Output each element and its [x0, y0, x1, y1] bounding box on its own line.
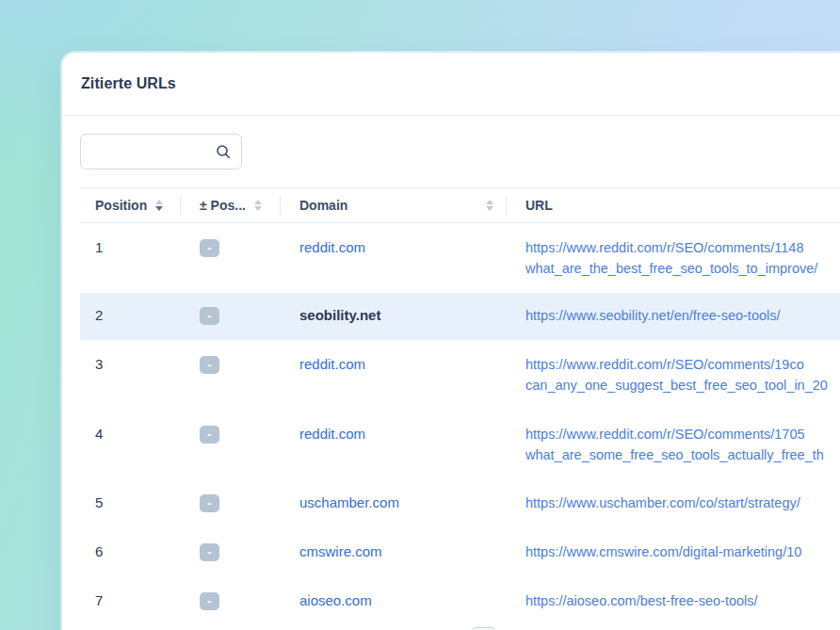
- table-row: 1 - reddit.com https://www.reddit.com/r/…: [80, 223, 840, 293]
- domain-link[interactable]: reddit.com: [299, 424, 365, 444]
- domain-cell: reddit.com: [281, 354, 507, 375]
- column-header-label: URL: [525, 198, 553, 213]
- url-link[interactable]: https://www.reddit.com/r/SEO/comments/11…: [525, 237, 803, 258]
- position-value: 3: [95, 354, 103, 375]
- desktop-background: Zitierte URLs Position ± Pos...: [0, 0, 840, 630]
- position-change-badge: -: [200, 592, 219, 610]
- position-change-cell: -: [181, 354, 281, 375]
- column-header[interactable]: URL: [507, 188, 840, 222]
- domain-link[interactable]: aioseo.com: [299, 590, 372, 611]
- table-rows: 1 - reddit.com https://www.reddit.com/r/…: [80, 223, 840, 626]
- domain-text: seobility.net: [299, 305, 380, 326]
- search-icon[interactable]: [216, 144, 231, 159]
- panel-header: Zitierte URLs: [62, 53, 840, 116]
- position-change-cell: -: [181, 305, 281, 326]
- table-row: 7 - aioseo.com https://aioseo.com/best-f…: [80, 577, 840, 626]
- position-change-badge: -: [200, 239, 219, 257]
- domain-link[interactable]: reddit.com: [299, 354, 365, 375]
- position-cell: 7: [80, 590, 181, 611]
- position-change-cell: -: [181, 541, 281, 562]
- domain-link[interactable]: cmswire.com: [299, 541, 382, 562]
- url-link[interactable]: https://www.reddit.com/r/SEO/comments/17…: [525, 424, 805, 444]
- position-cell: 3: [80, 354, 181, 375]
- position-change-badge: -: [200, 307, 219, 325]
- page-title: Zitierte URLs: [81, 75, 176, 92]
- cited-urls-table: Position ± Pos... Domain URL 1 - reddit.…: [80, 187, 840, 626]
- position-value: 5: [95, 493, 103, 513]
- table-row: 5 - uschamber.com https://www.uschamber.…: [80, 479, 840, 528]
- url-link[interactable]: https://www.reddit.com/r/SEO/comments/19…: [525, 354, 804, 375]
- search-box: [80, 134, 242, 170]
- url-link[interactable]: what_are_the_best_free_seo_tools_to_impr…: [525, 258, 817, 279]
- position-change-cell: -: [181, 237, 281, 258]
- column-header-label: ± Pos...: [200, 198, 246, 213]
- url-cell: https://www.reddit.com/r/SEO/comments/11…: [507, 237, 840, 279]
- domain-cell: seobility.net: [281, 305, 507, 326]
- table-row: 2 - seobility.net https://www.seobility.…: [80, 293, 840, 340]
- column-header-label: Position: [95, 198, 147, 213]
- column-header[interactable]: ± Pos...: [181, 188, 281, 222]
- url-cell: https://www.uschamber.com/co/start/strat…: [507, 493, 840, 513]
- url-cell: https://www.cmswire.com/digital-marketin…: [507, 541, 840, 562]
- domain-cell: cmswire.com: [281, 541, 507, 562]
- domain-link[interactable]: reddit.com: [299, 237, 365, 258]
- table-row: 3 - reddit.com https://www.reddit.com/r/…: [80, 340, 840, 410]
- column-header[interactable]: Position: [80, 188, 181, 222]
- table-row: 6 - cmswire.com https://www.cmswire.com/…: [80, 528, 840, 577]
- position-change-badge: -: [200, 356, 219, 374]
- url-link[interactable]: https://aioseo.com/best-free-seo-tools/: [525, 590, 758, 611]
- position-cell: 2: [80, 305, 181, 326]
- domain-cell: reddit.com: [281, 237, 507, 258]
- position-change-badge: -: [200, 426, 219, 444]
- position-cell: 5: [80, 493, 181, 513]
- url-cell: https://www.seobility.net/en/free-seo-to…: [507, 305, 840, 326]
- position-change-cell: -: [181, 590, 281, 611]
- url-link[interactable]: can_any_one_suggest_best_free_seo_tool_i…: [525, 375, 828, 396]
- url-cell: https://www.reddit.com/r/SEO/comments/19…: [507, 354, 840, 396]
- position-value: 1: [95, 237, 103, 258]
- cited-urls-panel: Zitierte URLs Position ± Pos...: [62, 53, 840, 630]
- column-header[interactable]: Domain: [281, 188, 507, 222]
- domain-link[interactable]: uschamber.com: [299, 493, 399, 513]
- url-link[interactable]: https://www.uschamber.com/co/start/strat…: [525, 493, 800, 513]
- table-header-row: Position ± Pos... Domain URL: [80, 187, 840, 223]
- position-cell: 4: [80, 424, 181, 444]
- position-value: 7: [95, 590, 103, 611]
- position-change-cell: -: [181, 493, 281, 513]
- url-link[interactable]: what_are_some_free_seo_tools_actually_fr…: [525, 444, 824, 465]
- panel-body: Position ± Pos... Domain URL 1 - reddit.…: [62, 134, 840, 626]
- domain-cell: aioseo.com: [281, 590, 507, 611]
- sort-icon[interactable]: [486, 200, 493, 211]
- position-cell: 1: [80, 237, 181, 258]
- position-cell: 6: [80, 541, 181, 562]
- position-change-badge: -: [200, 543, 219, 561]
- domain-cell: reddit.com: [281, 424, 507, 444]
- sort-icon[interactable]: [254, 200, 262, 211]
- url-link[interactable]: https://www.cmswire.com/digital-marketin…: [525, 541, 801, 562]
- position-value: 4: [95, 424, 103, 444]
- position-change-badge: -: [200, 494, 219, 512]
- position-change-cell: -: [181, 424, 281, 444]
- domain-cell: uschamber.com: [281, 493, 507, 513]
- table-row: 4 - reddit.com https://www.reddit.com/r/…: [80, 410, 840, 479]
- url-link[interactable]: https://www.seobility.net/en/free-seo-to…: [525, 305, 781, 326]
- column-header-label: Domain: [299, 198, 347, 213]
- url-cell: https://aioseo.com/best-free-seo-tools/: [507, 590, 840, 611]
- sort-icon[interactable]: [155, 200, 163, 211]
- position-value: 6: [95, 541, 103, 562]
- position-value: 2: [95, 305, 103, 326]
- url-cell: https://www.reddit.com/r/SEO/comments/17…: [507, 424, 840, 465]
